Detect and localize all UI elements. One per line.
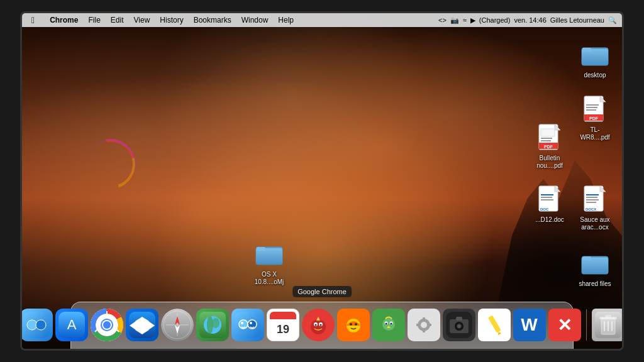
dock-item-close-x[interactable]: App ✕: [548, 309, 581, 341]
dock-item-parrot[interactable]: Parrot: [372, 309, 405, 341]
d12-doc-label: ...D12.doc: [535, 216, 564, 224]
menubar:  Chrome File Edit View History Bookmark…: [22, 13, 622, 27]
maps-icon: [196, 309, 229, 341]
svg-rect-113: [605, 315, 611, 317]
dock-item-trash[interactable]: Trash: [592, 309, 625, 341]
bulletin-pdf-icon[interactable]: PDF Bulletin nou....pdf: [528, 120, 572, 172]
shared-files-label: shared files: [579, 280, 611, 288]
game-icon: [337, 309, 370, 341]
angry-birds-icon: [302, 309, 335, 341]
shared-folder-image: [580, 248, 610, 278]
edit-menu[interactable]: Edit: [106, 14, 128, 26]
bookmarks-menu[interactable]: Bookmarks: [189, 14, 236, 26]
wifi-icon[interactable]: ≈: [463, 16, 467, 24]
dock-item-calendar[interactable]: Calendar 19: [267, 309, 299, 341]
osx-folder-label: OS X 10.8....oMj: [250, 271, 289, 286]
parrot-icon: [372, 309, 405, 341]
dock-item-dropbox[interactable]: Dropbox: [126, 309, 158, 341]
svg-rect-110: [608, 321, 609, 331]
dock-separator: [586, 309, 587, 341]
svg-rect-32: [582, 256, 591, 260]
svg-rect-20: [586, 197, 597, 198]
dock-item-finder2[interactable]: Finder: [231, 309, 264, 341]
history-menu[interactable]: History: [155, 14, 187, 26]
sauce-doc-icon[interactable]: DOCX Sauce aux arac...ocx: [573, 182, 617, 234]
desktop-folder-icon[interactable]: desktop: [573, 37, 617, 82]
bulletin-label: Bulletin nou....pdf: [530, 155, 569, 170]
d12-doc-icon[interactable]: DOC ...D12.doc: [528, 182, 572, 226]
svg-text:PDF: PDF: [544, 145, 553, 149]
svg-rect-111: [611, 321, 613, 331]
apple-menu[interactable]: : [27, 14, 39, 26]
dock-item-photo-booth[interactable]: Photo Booth: [443, 309, 475, 341]
svg-point-88: [385, 323, 387, 325]
close-x-icon: ✕: [548, 309, 581, 341]
dock-item-safari[interactable]: Safari: [161, 309, 194, 341]
svg-rect-22: [586, 202, 596, 203]
file-menu[interactable]: File: [84, 14, 104, 26]
trash-icon: [592, 309, 625, 341]
svg-point-38: [36, 320, 46, 330]
svg-point-79: [319, 324, 321, 326]
dock-item-chrome[interactable]: Google Chrome: [91, 309, 123, 341]
dock-item-angry-birds[interactable]: Angry Birds: [302, 309, 335, 341]
svg-text:DOCX: DOCX: [586, 207, 596, 211]
sauce-doc-image: DOCX: [580, 184, 610, 214]
svg-text:A: A: [67, 317, 76, 332]
svg-point-48: [103, 321, 111, 329]
volume-icon[interactable]: ▶: [470, 16, 475, 25]
calendar-icon: 19: [267, 309, 299, 341]
word-icon: W: [513, 309, 546, 341]
view-menu[interactable]: View: [130, 14, 155, 26]
dock-item-finder[interactable]: Finder: [20, 309, 53, 341]
finder-icon: [20, 309, 53, 341]
dock-item-system-prefs[interactable]: System Preferences: [408, 309, 440, 341]
svg-rect-7: [586, 109, 596, 111]
dock-item-app-store[interactable]: App Store A: [55, 309, 88, 341]
dock-item-word[interactable]: Microsoft Word W: [513, 309, 546, 341]
svg-rect-12: [541, 129, 555, 136]
svg-text:19: 19: [276, 323, 289, 336]
chrome-icon: [91, 309, 123, 341]
svg-rect-21: [586, 199, 599, 200]
safari-icon: [161, 309, 194, 341]
svg-rect-95: [423, 329, 425, 332]
svg-text:DOC: DOC: [540, 207, 549, 211]
svg-rect-94: [423, 317, 425, 321]
svg-rect-35: [257, 247, 265, 251]
svg-rect-109: [604, 321, 605, 331]
dock-item-pencil[interactable]: Pencil: [478, 309, 511, 341]
svg-point-63: [212, 318, 219, 328]
svg-rect-5: [586, 104, 599, 106]
svg-point-102: [457, 324, 461, 328]
svg-text:PDF: PDF: [589, 116, 599, 121]
screen:  Chrome File Edit View History Bookmark…: [20, 11, 624, 351]
dock-item-maps[interactable]: Maps: [196, 309, 229, 341]
app-store-icon: A: [55, 309, 88, 341]
sauce-doc-label: Sauce aux arac...ocx: [575, 216, 614, 231]
window-menu[interactable]: Window: [237, 14, 273, 26]
svg-rect-28: [541, 199, 553, 200]
bulletin-pdf-image: PDF: [535, 123, 565, 153]
svg-rect-14: [541, 140, 551, 141]
pdf-image: PDF: [580, 94, 610, 124]
svg-rect-97: [428, 324, 431, 326]
svg-point-78: [314, 324, 316, 326]
shared-files-icon[interactable]: shared files: [573, 246, 617, 290]
app-name-menu[interactable]: Chrome: [45, 14, 82, 26]
tl-wr8-pdf-icon[interactable]: PDF TL-WR8....pdf: [573, 92, 617, 144]
svg-point-82: [350, 323, 352, 326]
osx-folder-icon[interactable]: OS X 10.8....oMj: [247, 236, 291, 288]
search-icon[interactable]: 🔍: [608, 16, 617, 25]
svg-point-83: [355, 323, 357, 326]
svg-rect-13: [541, 138, 552, 139]
svg-rect-71: [270, 315, 296, 319]
datetime: ven. 14:46: [514, 16, 546, 24]
camera-icon: 📷: [450, 16, 459, 25]
svg-rect-19: [586, 194, 599, 195]
svg-rect-26: [541, 194, 553, 195]
help-menu[interactable]: Help: [274, 14, 298, 26]
svg-rect-103: [456, 317, 462, 321]
desktop-folder-label: desktop: [584, 72, 606, 79]
dock-item-game[interactable]: Game: [337, 309, 370, 341]
